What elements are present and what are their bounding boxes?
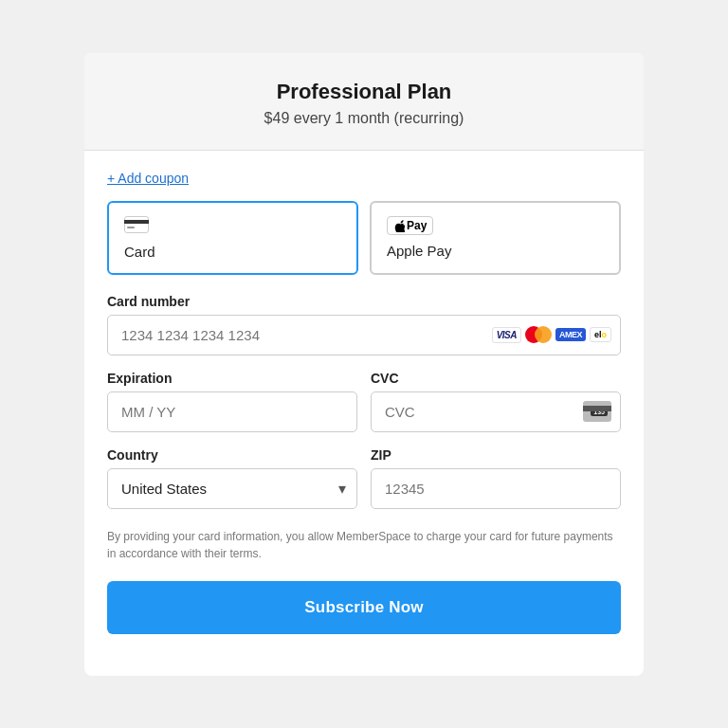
- visa-logo: VISA: [492, 327, 521, 343]
- country-wrapper: United States Canada United Kingdom Aust…: [107, 468, 357, 509]
- svg-rect-1: [124, 220, 149, 224]
- country-zip-row: Country United States Canada United King…: [107, 447, 621, 524]
- add-coupon-link[interactable]: + Add coupon: [107, 171, 189, 186]
- zip-label: ZIP: [371, 447, 621, 463]
- cvc-wrapper: [371, 391, 621, 432]
- zip-group: ZIP: [371, 447, 621, 509]
- plan-header: Professional Plan $49 every 1 month (rec…: [84, 53, 644, 151]
- payment-method-card[interactable]: Card: [107, 201, 358, 275]
- plan-title: Professional Plan: [107, 80, 621, 104]
- checkout-card: Professional Plan $49 every 1 month (rec…: [84, 53, 644, 676]
- payment-method-applepay[interactable]: Pay Apple Pay: [370, 201, 621, 275]
- country-group: Country United States Canada United King…: [107, 447, 357, 509]
- cvc-label: CVC: [371, 371, 621, 386]
- applepay-payment-label: Apple Pay: [387, 243, 451, 259]
- expiry-cvc-row: Expiration CVC: [107, 371, 621, 447]
- expiration-input[interactable]: [107, 391, 357, 432]
- card-logos: VISA AMEX elo: [492, 326, 611, 343]
- cvc-group: CVC: [371, 371, 621, 432]
- card-payment-icon: [124, 216, 149, 238]
- plan-price: $49 every 1 month (recurring): [107, 110, 621, 127]
- applepay-payment-icon: Pay: [387, 216, 433, 237]
- elo-logo: elo: [590, 327, 611, 342]
- svg-rect-0: [125, 216, 149, 232]
- page-wrapper: Professional Plan $49 every 1 month (rec…: [0, 0, 728, 728]
- subscribe-button[interactable]: Subscribe Now: [107, 581, 621, 634]
- zip-input[interactable]: [371, 468, 621, 509]
- disclaimer-text: By providing your card information, you …: [107, 528, 621, 562]
- country-select[interactable]: United States Canada United Kingdom Aust…: [107, 468, 357, 509]
- card-payment-label: Card: [124, 244, 155, 260]
- card-number-wrapper: VISA AMEX elo: [107, 315, 621, 355]
- card-number-group: Card number VISA AMEX elo: [107, 294, 621, 355]
- expiration-group: Expiration: [107, 371, 357, 432]
- expiration-label: Expiration: [107, 371, 357, 386]
- mastercard-logo: [525, 326, 552, 343]
- payment-methods: Card Pay Apple Pay: [107, 201, 621, 275]
- country-label: Country: [107, 447, 357, 463]
- cvc-card-icon: [583, 401, 611, 422]
- card-number-label: Card number: [107, 294, 621, 309]
- applepay-badge: Pay: [387, 216, 433, 235]
- amex-logo: AMEX: [555, 328, 586, 341]
- form-body: + Add coupon Card: [84, 151, 644, 653]
- svg-rect-2: [127, 227, 135, 228]
